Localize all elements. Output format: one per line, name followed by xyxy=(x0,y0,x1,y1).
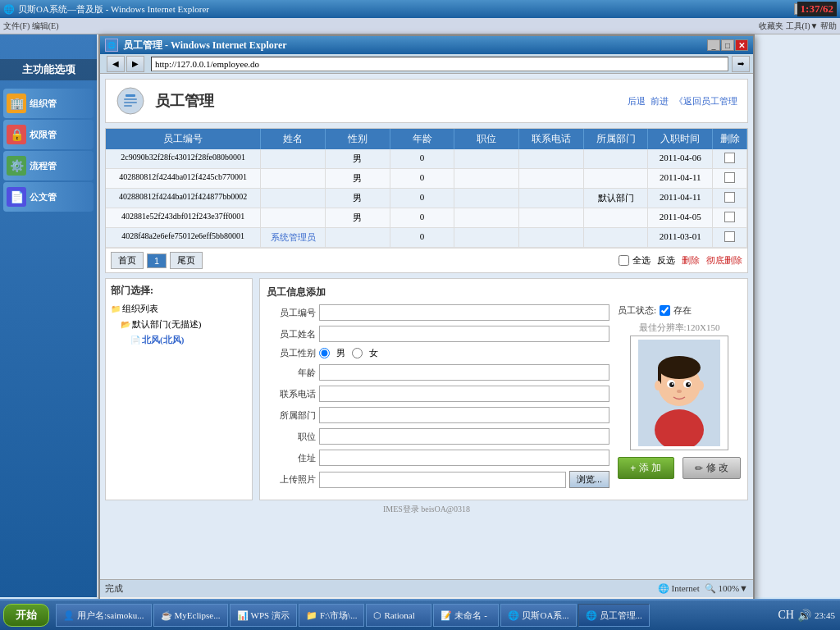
main-minimize-button[interactable]: _ xyxy=(707,39,720,51)
nav-forward-link[interactable]: 前进 xyxy=(651,96,669,106)
status-checkbox[interactable] xyxy=(660,305,670,316)
select-all-checkbox[interactable] xyxy=(619,255,629,266)
last-page-button[interactable]: 尾页 xyxy=(170,252,203,269)
form-row-gender: 员工性别 男 女 xyxy=(267,347,609,359)
form-row-dept: 所属部门 xyxy=(267,407,609,423)
cell-age-1: 0 xyxy=(390,149,455,168)
cell-del-4 xyxy=(713,208,747,227)
doc-icon: 📄 xyxy=(7,187,26,207)
delete-checkbox-1[interactable] xyxy=(724,153,735,163)
tree-item-beifeng[interactable]: 📄 北风(北风) xyxy=(111,332,247,348)
main-restore-button[interactable]: □ xyxy=(721,39,734,51)
cell-phone-4 xyxy=(519,208,584,227)
add-icon: + xyxy=(630,463,636,474)
delete-checkbox-3[interactable] xyxy=(724,192,735,203)
tree-default-dept-label: 默认部门(无描述) xyxy=(132,318,201,331)
zoom-level: 🔍 100%▼ xyxy=(705,583,748,594)
modify-button[interactable]: ✏ 修 改 xyxy=(682,457,741,479)
taskbar-item-folder[interactable]: 📁 F:\市场\... xyxy=(299,604,365,627)
cell-dept-4 xyxy=(584,208,649,227)
svg-rect-3 xyxy=(124,102,137,103)
add-button[interactable]: + 添 加 xyxy=(618,457,673,479)
svg-rect-2 xyxy=(124,98,137,100)
taskbar-item-notepad[interactable]: 📝 未命名 - xyxy=(433,604,499,627)
phone-input[interactable] xyxy=(319,386,609,402)
cell-name-2 xyxy=(261,169,326,188)
footer: IMES登录 beisOA@0318 xyxy=(105,500,748,518)
sidebar-item-doc[interactable]: 📄 公文管 xyxy=(3,182,94,212)
table-row: 4028f48a2e6efe75012e6eff5bb80001 系统管理员 0… xyxy=(106,228,747,248)
gender-male-label: 男 xyxy=(336,347,345,359)
main-title-text: 员工管理 - Windows Internet Explorer xyxy=(123,39,287,52)
status-value: 存在 xyxy=(673,304,692,317)
sidebar-perm-label: 权限管 xyxy=(30,129,57,141)
main-close-button[interactable]: ✕ xyxy=(735,39,748,51)
cell-del-1 xyxy=(713,149,747,168)
cell-del-3 xyxy=(713,189,747,208)
gender-female-radio[interactable] xyxy=(352,348,363,358)
cell-name-4 xyxy=(261,208,326,227)
cell-del-5 xyxy=(713,228,747,247)
taskbar-tray: CH 🔊 23:45 xyxy=(773,609,840,623)
sidebar-doc-label: 公文管 xyxy=(30,191,57,203)
address-bar[interactable]: http://127.0.0.1/employee.do xyxy=(151,57,728,71)
taskbar-item-rational[interactable]: ⬡ Rational xyxy=(366,604,431,627)
age-input[interactable] xyxy=(319,364,609,381)
emp-name-input[interactable] xyxy=(319,326,609,342)
emp-id-input[interactable] xyxy=(319,304,609,321)
sidebar-item-org[interactable]: 🏢 组织管 xyxy=(3,89,94,118)
cell-phone-3 xyxy=(519,189,584,208)
tray-time: 23:45 xyxy=(815,610,835,620)
taskbar-notepad-label: 未命名 - xyxy=(454,609,486,622)
page-1-button[interactable]: 1 xyxy=(147,253,167,268)
tree-item-default-dept[interactable]: 📂 默认部门(无描述) xyxy=(111,317,247,332)
go-button[interactable]: ➡ xyxy=(732,56,750,72)
taskbar-employee-label: 员工管理... xyxy=(600,609,642,622)
position-input[interactable] xyxy=(319,428,609,445)
cell-hire-1: 2011-04-06 xyxy=(648,149,713,168)
cell-gender-2: 男 xyxy=(326,169,390,188)
taskbar-wps-label: WPS 演示 xyxy=(251,609,290,622)
sidebar-item-perm[interactable]: 🔒 权限管 xyxy=(3,120,94,149)
cell-gender-5 xyxy=(326,228,390,247)
dept-input[interactable] xyxy=(319,407,609,423)
photo-path-input[interactable] xyxy=(319,472,566,488)
first-page-button[interactable]: 首页 xyxy=(111,252,144,269)
svg-point-12 xyxy=(669,382,674,387)
delete-checkbox-5[interactable] xyxy=(724,231,735,242)
taskbar-item-user[interactable]: 👤 用户名:saimoku... xyxy=(56,604,152,627)
nav-back-link[interactable]: 后退 xyxy=(628,96,646,106)
forward-button[interactable]: ▶ xyxy=(126,56,144,72)
taskbar-employee-icon: 🌐 xyxy=(586,610,597,621)
cell-age-4: 0 xyxy=(390,208,455,227)
pagination: 首页 1 尾页 全选 反选 删除 彻底删除 xyxy=(106,248,747,272)
photo-label: 上传照片 xyxy=(267,473,316,486)
gender-male-radio[interactable] xyxy=(319,348,330,358)
taskbar-item-employee[interactable]: 🌐 员工管理... xyxy=(578,604,650,627)
taskbar-item-wps[interactable]: 📊 WPS 演示 xyxy=(230,604,297,627)
back-button[interactable]: ◀ xyxy=(107,56,125,72)
cell-name-5: 系统管理员 xyxy=(261,228,326,247)
delete-all-link[interactable]: 彻底删除 xyxy=(706,254,742,267)
deselect-label: 反选 xyxy=(657,254,675,267)
age-label: 年龄 xyxy=(267,367,316,379)
tree-item-root[interactable]: 📁 组织列表 xyxy=(111,301,247,317)
emp-id-label: 员工编号 xyxy=(267,307,316,319)
cell-hire-4: 2011-04-05 xyxy=(648,208,713,227)
cell-position-3 xyxy=(454,189,519,208)
tree-beifeng-link[interactable]: 北风(北风) xyxy=(142,334,184,346)
tray-lang[interactable]: CH xyxy=(778,609,793,622)
url-text: http://127.0.0.1/employee.do xyxy=(155,59,259,69)
delete-checkbox-2[interactable] xyxy=(724,172,735,183)
start-button[interactable]: 开始 xyxy=(3,604,49,627)
taskbar-item-eclipse[interactable]: ☕ MyEclipse... xyxy=(153,604,228,627)
sidebar-item-flow[interactable]: ⚙️ 流程管 xyxy=(3,151,94,180)
nav-return-link[interactable]: 《返回员工管理 xyxy=(674,96,737,106)
perm-icon: 🔒 xyxy=(7,125,26,144)
browse-button[interactable]: 浏览... xyxy=(569,471,609,488)
taskbar-item-oa[interactable]: 🌐 贝斯OA系... xyxy=(500,604,576,627)
address-input[interactable] xyxy=(319,450,609,466)
delete-link[interactable]: 删除 xyxy=(682,254,700,267)
bg-titlebar: 🌐 贝斯OA系统—普及版 - Windows Internet Explorer… xyxy=(0,0,840,18)
delete-checkbox-4[interactable] xyxy=(724,212,735,222)
